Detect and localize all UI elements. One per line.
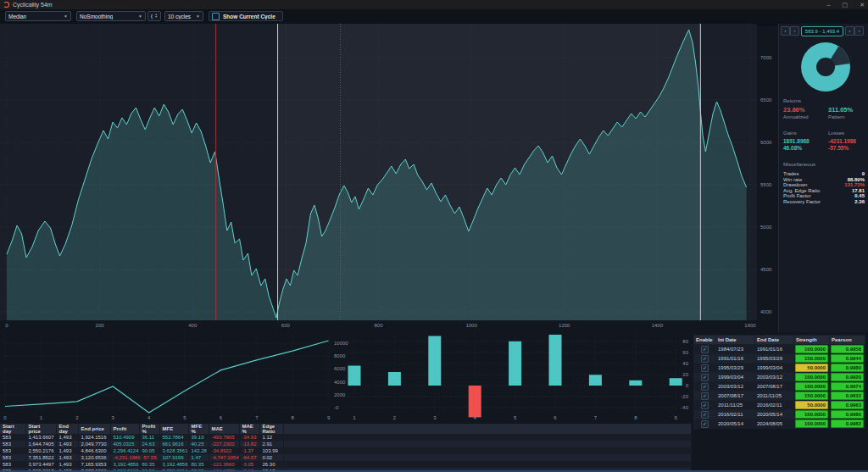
bars-x-tick: 8 <box>634 415 637 420</box>
bottom-charts[interactable]: 100008000600040002000-001234567898060402… <box>0 332 692 424</box>
trade-row[interactable]: 5833,973.44971,4937,165.93533,192.485680… <box>0 461 692 468</box>
smoothing-dropdown[interactable]: NoSmoothing ▼ <box>76 11 146 21</box>
trade-cell: 2,049.7730 <box>78 441 110 447</box>
profit-bar[interactable] <box>469 386 481 417</box>
prev-pattern-button[interactable]: ‹ <box>845 26 854 36</box>
app-logo-icon <box>3 2 9 8</box>
date-cell: 2007/08/17 <box>755 382 794 391</box>
column-header[interactable]: Profit <box>110 424 139 434</box>
prev-cycle-button[interactable]: ‹ <box>781 26 790 36</box>
column-header[interactable]: End day <box>56 424 78 434</box>
column-header[interactable]: Pearson <box>830 336 865 345</box>
enable-checkbox[interactable]: ✓ <box>701 346 709 353</box>
equity-y-tick: 6000 <box>334 366 346 371</box>
enable-checkbox[interactable]: ✓ <box>701 355 709 363</box>
column-header[interactable]: MAE % <box>239 424 259 434</box>
column-header[interactable]: Edge Ratio <box>259 424 283 434</box>
y-tick-label: 7000 <box>760 55 771 60</box>
y-tick-label: 5500 <box>760 182 771 187</box>
profit-bar[interactable] <box>348 366 361 386</box>
y-tick-label: 6500 <box>760 97 771 103</box>
profit-bar[interactable] <box>428 336 441 386</box>
trade-cell: 1.12 <box>259 434 283 441</box>
equity-x-tick: 1 <box>40 415 43 420</box>
enable-checkbox[interactable]: ✓ <box>701 383 709 391</box>
equity-x-tick: 2 <box>75 415 79 420</box>
column-header[interactable]: Ini Date <box>716 336 755 345</box>
enable-checkbox[interactable]: ✓ <box>701 402 709 409</box>
pearson-badge: 0.9982 <box>831 419 864 428</box>
enable-checkbox[interactable]: ✓ <box>701 392 709 400</box>
column-header[interactable]: Start price <box>25 424 56 434</box>
cycle-row[interactable]: ✓2007/08/172011/11/25150.00000.9632 <box>694 391 865 401</box>
trade-row[interactable]: 5837,351.85221,4933,120.6536-4,231.1986-… <box>0 454 692 461</box>
column-header[interactable]: Strength <box>794 336 830 345</box>
trade-cell: 2.91 <box>259 441 283 447</box>
equity-and-profit-charts: 100008000600040002000-001234567898060402… <box>0 332 692 424</box>
cycle-row[interactable]: ✓2003/03/122007/08/17100.00000.9974 <box>694 382 865 391</box>
profit-bar[interactable] <box>388 372 401 386</box>
column-header[interactable]: End price <box>78 424 110 434</box>
enable-checkbox[interactable]: ✓ <box>701 420 709 428</box>
trade-cell: 103.99 <box>259 447 283 454</box>
trade-row[interactable]: 5831,644.74051,4932,049.7730405.032524.6… <box>0 441 692 447</box>
maximize-button[interactable]: ▢ <box>843 0 849 9</box>
column-header[interactable]: Enable <box>694 336 716 345</box>
date-cell: 1995/03/29 <box>716 364 755 373</box>
profit-bar[interactable] <box>670 378 682 386</box>
column-header[interactable]: MFE % <box>188 424 209 434</box>
enable-checkbox[interactable]: ✓ <box>701 374 709 381</box>
cycle-row[interactable]: ✓2020/05/142024/08/05100.00000.9982 <box>694 419 865 429</box>
trade-cell: 107.9199 <box>159 454 188 461</box>
bars-y-tick: 40 <box>682 361 688 366</box>
profit-bar[interactable] <box>509 342 521 386</box>
bars-x-tick: 5 <box>514 415 517 420</box>
trade-cell: 90.05 <box>139 447 159 454</box>
misc-stat-row: Drawdown131.73% <box>783 182 865 188</box>
spinner-arrows-icon[interactable]: ▲▼ <box>155 14 158 19</box>
trade-cell: 1,413.6607 <box>25 434 56 441</box>
date-cell: 2003/03/12 <box>716 382 755 391</box>
column-header[interactable]: Start day <box>0 424 25 434</box>
strength-badge: 150.0000 <box>795 354 828 363</box>
minimize-button[interactable]: – <box>827 0 831 9</box>
next-pattern-button[interactable]: › <box>854 26 864 36</box>
trade-row[interactable]: 5831,413.66071,4931,924.1516510.490936.1… <box>0 434 692 441</box>
chevron-down-icon: ▼ <box>192 14 200 19</box>
cycle-row[interactable]: ✓2016/02/112020/05/14100.00000.9980 <box>694 410 865 419</box>
cycle-row[interactable]: ✓1999/03/042003/03/12100.00000.9920 <box>694 373 865 382</box>
cycle-row[interactable]: ✓1984/07/231991/01/16100.00000.9958 <box>694 345 865 354</box>
cycle-donut-chart <box>798 40 853 94</box>
column-header[interactable]: MAE <box>209 424 239 434</box>
cycles-table-header: EnableIni DateEnd DateStrengthPearson <box>694 336 865 345</box>
cycle-row[interactable]: ✓1991/01/161995/03/29150.00000.9944 <box>694 354 865 364</box>
show-current-cycle-checkbox[interactable]: Show Current Cycle <box>209 11 283 21</box>
cycle-row[interactable]: ✓1995/03/291999/03/0450.00000.9980 <box>694 364 865 373</box>
chevron-down-icon: ▼ <box>60 14 68 19</box>
profit-bar[interactable] <box>629 380 642 386</box>
date-cell: 2011/11/25 <box>755 391 794 401</box>
profit-bar[interactable] <box>589 375 602 386</box>
trade-cell: 1,644.7405 <box>25 441 56 447</box>
column-header[interactable]: Profit % <box>139 424 159 434</box>
enable-checkbox[interactable]: ✓ <box>701 411 709 419</box>
enable-checkbox[interactable]: ✓ <box>701 364 709 372</box>
next-cycle-button[interactable]: › <box>790 26 799 36</box>
trade-row[interactable]: 5832,550.21761,4934,846.63002,296.412490… <box>0 447 692 454</box>
smoothing-spinner[interactable]: 0 ▲▼ <box>147 11 161 21</box>
cycles-dropdown[interactable]: 10 cycles ▼ <box>164 11 203 21</box>
column-header[interactable]: MFE <box>159 424 188 434</box>
cycle-row[interactable]: ✓2011/11/252016/02/1150.00000.9963 <box>694 401 865 410</box>
checkbox-icon[interactable] <box>212 13 220 20</box>
annualized-label: Annualized <box>783 114 809 119</box>
column-header[interactable]: End Date <box>755 336 794 345</box>
close-button[interactable]: ✕ <box>860 0 865 9</box>
strength-badge: 100.0000 <box>795 345 828 353</box>
median-dropdown[interactable]: Median ▼ <box>5 11 71 21</box>
misc-stat-row: Profit Factor0.45 <box>783 193 865 199</box>
pearson-badge: 0.9958 <box>831 345 864 353</box>
strength-badge: 50.0000 <box>795 364 828 372</box>
main-price-chart[interactable] <box>0 24 757 320</box>
bars-x-tick: 9 <box>675 415 678 420</box>
profit-bar[interactable] <box>549 335 562 386</box>
